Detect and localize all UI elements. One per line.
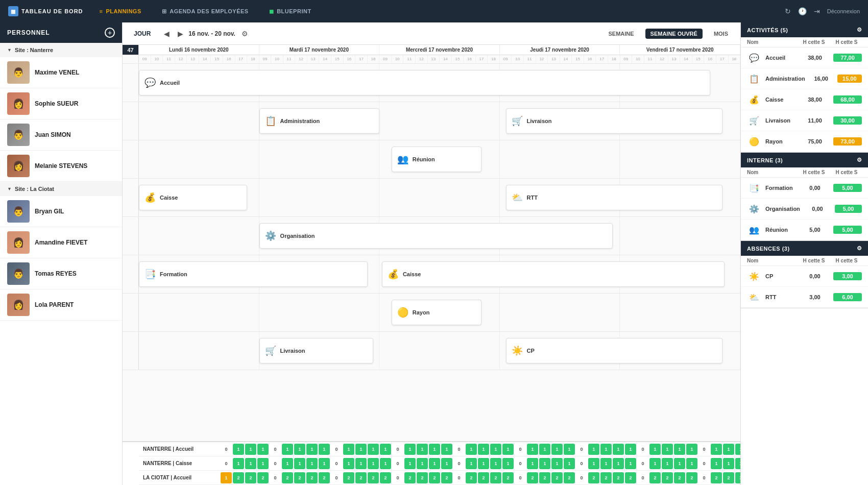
stat-cell: 0 [331, 472, 342, 483]
schedule-rows: 💬Accueil📋Administration🛒Livraison👥Réunio… [123, 64, 740, 441]
task-card[interactable]: ⛅RTT [506, 185, 722, 210]
login-icon[interactable]: ⇥ [814, 7, 820, 15]
panel-item-label: Rayon [765, 138, 797, 144]
person-row[interactable]: 👨 Bryan GIL [0, 196, 122, 227]
main-layout: PERSONNEL + ▼ Site : Nanterre 👨 Maxime V… [0, 22, 868, 485]
stat-cell: 1 [490, 444, 501, 455]
stat-label: NANTERRE | Accueil [139, 446, 221, 452]
stat-cell: 2 [306, 472, 318, 483]
mois-button[interactable]: MOIS [709, 29, 733, 39]
clock-icon[interactable]: 🕐 [798, 7, 807, 15]
panel-h1-value: 11,00 [801, 117, 829, 124]
panel-row: 📑Formation0,005,00 [741, 178, 868, 199]
semaine-button[interactable]: SEMAINE [603, 29, 639, 39]
semaine-ouvre-button[interactable]: SEMAINE OUVRÉ [645, 29, 703, 39]
stat-cell: 1 [306, 444, 318, 455]
task-label: Formation [160, 271, 187, 277]
task-card[interactable]: 🛒Livraison [259, 338, 374, 363]
day-segment [379, 102, 500, 140]
row-days: 💬Accueil [139, 64, 740, 102]
task-card[interactable]: 💰Caisse [382, 261, 725, 287]
person-name: Lola PARENT [35, 301, 74, 308]
stat-cell: 2 [355, 472, 367, 483]
person-row[interactable]: 👨 Juan SIMON [0, 119, 122, 151]
hour-cell: 10 [271, 55, 283, 63]
hour-cell: 18 [488, 55, 500, 63]
hour-cell: 11 [644, 55, 657, 63]
refresh-icon[interactable]: ↻ [785, 7, 791, 15]
panel-item-label: RTT [765, 294, 797, 300]
task-icon: 📑 [144, 269, 156, 280]
stat-cell: 1 [245, 444, 256, 455]
person-row[interactable]: 👩 Melanie STEVENS [0, 151, 122, 182]
schedule-settings-button[interactable]: ⚙ [242, 30, 248, 38]
stat-cell: 2 [343, 472, 354, 483]
day-segment [139, 102, 259, 140]
stat-cell: 1 [380, 458, 391, 469]
stat-cell: 0 [698, 458, 710, 469]
person-row[interactable]: 👩 Amandine FIEVET [0, 227, 122, 258]
absences-settings-icon[interactable]: ⚙ [857, 245, 862, 252]
person-row[interactable]: 👨 Tomas REYES [0, 258, 122, 289]
nav-agenda[interactable]: ⊞ AGENDA DES EMPLOYÉES [158, 6, 253, 17]
day-segment [620, 294, 740, 331]
stat-cell: 1 [735, 458, 740, 469]
absences-rows: ☀️CP0,003,00⛅RTT3,006,00 [741, 266, 868, 308]
task-card[interactable]: 📋Administration [259, 108, 380, 134]
task-card[interactable]: 🟡Rayon [392, 300, 482, 325]
stat-row: NANTERRE | Accueil0111011110111101111011… [139, 442, 740, 456]
next-arrow[interactable]: ▶ [175, 29, 186, 39]
avatar: 👩 [7, 92, 30, 115]
logo-icon: ▦ [8, 6, 18, 16]
hour-cell: 15 [211, 55, 223, 63]
row-spacer [123, 255, 139, 293]
stat-cell: 2 [368, 472, 379, 483]
task-card[interactable]: 💬Accueil [139, 70, 710, 95]
task-card[interactable]: 👥Réunion [392, 147, 482, 172]
stat-cell: 1 [282, 444, 293, 455]
day-header-4: Vendredi 17 novembre 2020 [620, 45, 740, 55]
task-icon: 🛒 [265, 345, 276, 356]
logout-button[interactable]: Déconnexion [827, 8, 860, 14]
day-segment [500, 294, 620, 331]
panel-h2-value: 5,00 [835, 205, 862, 213]
stat-cell: 2 [662, 472, 673, 483]
hour-cell: 18 [247, 55, 259, 63]
stat-row: LA CIOTAT | Accueil122202222022220222202… [139, 471, 740, 485]
nav-plannings[interactable]: ≡ PLANNINGS [95, 6, 146, 16]
hour-cell: 11 [403, 55, 416, 63]
prev-arrow[interactable]: ◀ [161, 29, 173, 39]
interne-settings-icon[interactable]: ⚙ [857, 157, 862, 163]
stat-cell: 1 [502, 444, 514, 455]
hour-cell: 14 [199, 55, 211, 63]
stat-cell: 2 [490, 472, 501, 483]
app-logo[interactable]: ▦ TABLEAU DE BORD [8, 6, 83, 16]
panel-item-icon: 💰 [747, 92, 761, 107]
stat-cell: 1 [551, 458, 563, 469]
schedule-row: 🛒Livraison☀️CP [123, 332, 740, 370]
task-card[interactable]: ⚙️Organisation [259, 223, 613, 249]
add-person-button[interactable]: + [105, 28, 115, 38]
task-card[interactable]: ☀️CP [506, 338, 722, 363]
stat-cell: 1 [527, 458, 538, 469]
activites-settings-icon[interactable]: ⚙ [857, 27, 862, 33]
person-row[interactable]: 👩 Sophie SUEUR [0, 88, 122, 119]
task-card[interactable]: 📑Formation [139, 261, 368, 287]
row-spacer [123, 140, 139, 178]
stat-cell: 1 [233, 458, 244, 469]
row-spacer [123, 294, 139, 331]
task-card[interactable]: 🛒Livraison [506, 108, 722, 134]
stat-cell: 1 [625, 444, 636, 455]
jour-button[interactable]: JOUR [130, 28, 155, 39]
person-row[interactable]: 👩 Lola PARENT [0, 289, 122, 321]
person-row[interactable]: 👨 Maxime VENEL [0, 57, 122, 88]
stat-cell: 1 [674, 458, 685, 469]
stat-cell: 1 [257, 444, 269, 455]
hour-cell: 18 [729, 55, 740, 63]
panel-item-label: Réunion [765, 227, 797, 233]
avatar: 👨 [7, 124, 30, 146]
avatar: 👨 [7, 262, 30, 285]
nav-blueprint[interactable]: ◼ BLUEPRINT [265, 6, 316, 17]
task-card[interactable]: 💰Caisse [139, 185, 247, 210]
hour-cell: 12 [656, 55, 668, 63]
